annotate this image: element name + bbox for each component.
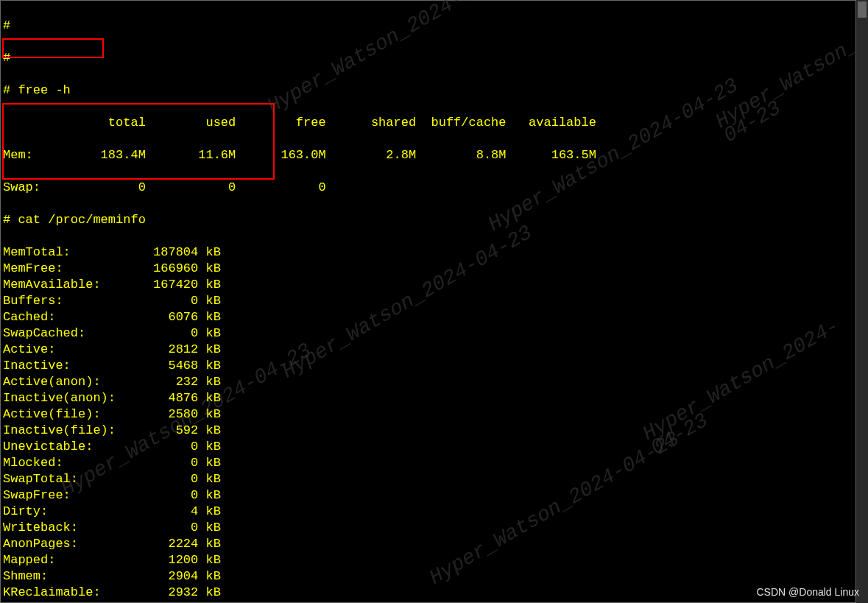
meminfo-row: Shmem: 2904 kB <box>3 568 865 585</box>
free-header: total used free shared buff/cache availa… <box>3 115 865 131</box>
meminfo-row: Active(anon): 232 kB <box>3 374 865 390</box>
meminfo-row: Buffers: 0 kB <box>3 293 865 309</box>
meminfo-row: Inactive(file): 592 kB <box>3 423 865 439</box>
meminfo-row: Mapped: 1200 kB <box>3 552 865 568</box>
terminal-output[interactable]: # # # free -h total used free shared buf… <box>0 0 868 603</box>
meminfo-row: Inactive(anon): 4876 kB <box>3 390 865 406</box>
meminfo-row: Writeback: 0 kB <box>3 520 865 536</box>
scrollbar-thumb[interactable] <box>858 1 867 18</box>
meminfo-row: Active(file): 2580 kB <box>3 406 865 423</box>
csdn-watermark: CSDN @Donald Linux <box>757 584 860 600</box>
meminfo-row: Active: 2812 kB <box>3 342 865 358</box>
meminfo-row: AnonPages: 2224 kB <box>3 536 865 552</box>
free-mem-row: Mem: 183.4M 11.6M 163.0M 2.8M 8.8M 163.5… <box>3 147 865 163</box>
prompt-line: # <box>3 18 865 34</box>
command-cat-meminfo: # cat /proc/meminfo <box>3 212 865 228</box>
prompt-line: # <box>3 50 865 66</box>
meminfo-row: MemFree: 166960 kB <box>3 261 865 277</box>
meminfo-row: KReclaimable: 2932 kB <box>3 585 865 601</box>
meminfo-row: MemTotal: 187804 kB <box>3 244 865 261</box>
meminfo-row: Dirty: 4 kB <box>3 504 865 520</box>
meminfo-row: Mlocked: 0 kB <box>3 455 865 471</box>
command-free: # free -h <box>3 82 865 99</box>
meminfo-row: SwapTotal: 0 kB <box>3 471 865 487</box>
meminfo-row: SwapFree: 0 kB <box>3 487 865 504</box>
scrollbar[interactable] <box>856 0 868 603</box>
meminfo-row: Cached: 6076 kB <box>3 309 865 325</box>
meminfo-row: Unevictable: 0 kB <box>3 439 865 455</box>
meminfo-row: MemAvailable: 167420 kB <box>3 277 865 293</box>
meminfo-row: Inactive: 5468 kB <box>3 358 865 374</box>
meminfo-block: MemTotal: 187804 kBMemFree: 166960 kBMem… <box>3 244 865 603</box>
free-swap-row: Swap: 0 0 0 <box>3 180 865 196</box>
meminfo-row: SwapCached: 0 kB <box>3 325 865 342</box>
